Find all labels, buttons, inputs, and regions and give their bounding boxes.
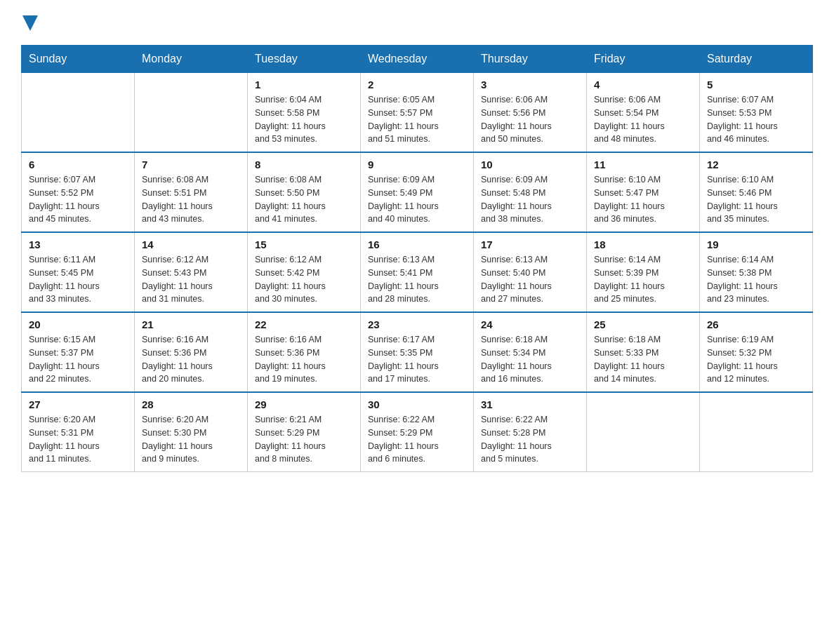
day-info: Sunrise: 6:08 AM Sunset: 5:50 PM Dayligh… [255,173,353,226]
calendar-cell: 7Sunrise: 6:08 AM Sunset: 5:51 PM Daylig… [135,152,248,232]
calendar-cell: 5Sunrise: 6:07 AM Sunset: 5:53 PM Daylig… [700,73,813,153]
day-number: 19 [707,239,805,250]
day-info: Sunrise: 6:07 AM Sunset: 5:52 PM Dayligh… [29,173,127,226]
weekday-header-row: SundayMondayTuesdayWednesdayThursdayFrid… [22,46,813,73]
calendar-cell: 11Sunrise: 6:10 AM Sunset: 5:47 PM Dayli… [587,152,700,232]
day-info: Sunrise: 6:14 AM Sunset: 5:38 PM Dayligh… [707,253,805,306]
day-number: 24 [481,318,579,330]
weekday-header-sunday: Sunday [22,46,135,73]
weekday-header-tuesday: Tuesday [248,46,361,73]
day-number: 25 [594,318,692,330]
day-info: Sunrise: 6:04 AM Sunset: 5:58 PM Dayligh… [255,93,353,146]
calendar-cell: 9Sunrise: 6:09 AM Sunset: 5:49 PM Daylig… [361,152,474,232]
day-number: 6 [29,159,127,170]
day-number: 31 [481,398,579,410]
day-info: Sunrise: 6:12 AM Sunset: 5:42 PM Dayligh… [255,253,353,306]
day-number: 7 [142,159,240,170]
calendar-week-row: 6Sunrise: 6:07 AM Sunset: 5:52 PM Daylig… [22,152,813,232]
day-info: Sunrise: 6:16 AM Sunset: 5:36 PM Dayligh… [255,333,353,386]
day-number: 2 [368,79,466,90]
day-info: Sunrise: 6:20 AM Sunset: 5:30 PM Dayligh… [142,413,240,466]
day-number: 14 [142,239,240,250]
day-info: Sunrise: 6:17 AM Sunset: 5:35 PM Dayligh… [368,333,466,386]
calendar-cell: 30Sunrise: 6:22 AM Sunset: 5:29 PM Dayli… [361,392,474,472]
calendar-cell: 6Sunrise: 6:07 AM Sunset: 5:52 PM Daylig… [22,152,135,232]
day-info: Sunrise: 6:08 AM Sunset: 5:51 PM Dayligh… [142,173,240,226]
logo-triangle-icon [22,15,38,31]
calendar-cell [135,73,248,153]
day-number: 16 [368,239,466,250]
calendar-cell: 25Sunrise: 6:18 AM Sunset: 5:33 PM Dayli… [587,312,700,392]
day-info: Sunrise: 6:20 AM Sunset: 5:31 PM Dayligh… [29,413,127,466]
day-info: Sunrise: 6:19 AM Sunset: 5:32 PM Dayligh… [707,333,805,386]
calendar-cell: 28Sunrise: 6:20 AM Sunset: 5:30 PM Dayli… [135,392,248,472]
calendar-cell: 4Sunrise: 6:06 AM Sunset: 5:54 PM Daylig… [587,73,700,153]
day-info: Sunrise: 6:09 AM Sunset: 5:49 PM Dayligh… [368,173,466,226]
day-info: Sunrise: 6:18 AM Sunset: 5:34 PM Dayligh… [481,333,579,386]
day-number: 23 [368,318,466,330]
calendar-cell: 17Sunrise: 6:13 AM Sunset: 5:40 PM Dayli… [474,232,587,312]
calendar-cell [700,392,813,472]
calendar-cell [587,392,700,472]
calendar-cell: 8Sunrise: 6:08 AM Sunset: 5:50 PM Daylig… [248,152,361,232]
calendar-cell: 21Sunrise: 6:16 AM Sunset: 5:36 PM Dayli… [135,312,248,392]
day-number: 8 [255,159,353,170]
day-info: Sunrise: 6:13 AM Sunset: 5:41 PM Dayligh… [368,253,466,306]
weekday-header-monday: Monday [135,46,248,73]
calendar-cell: 13Sunrise: 6:11 AM Sunset: 5:45 PM Dayli… [22,232,135,312]
weekday-header-thursday: Thursday [474,46,587,73]
day-info: Sunrise: 6:21 AM Sunset: 5:29 PM Dayligh… [255,413,353,466]
calendar-cell: 15Sunrise: 6:12 AM Sunset: 5:42 PM Dayli… [248,232,361,312]
calendar-cell: 19Sunrise: 6:14 AM Sunset: 5:38 PM Dayli… [700,232,813,312]
calendar-cell: 20Sunrise: 6:15 AM Sunset: 5:37 PM Dayli… [22,312,135,392]
calendar-cell: 26Sunrise: 6:19 AM Sunset: 5:32 PM Dayli… [700,312,813,392]
day-number: 13 [29,239,127,250]
day-number: 4 [594,79,692,90]
calendar-cell: 1Sunrise: 6:04 AM Sunset: 5:58 PM Daylig… [248,73,361,153]
day-info: Sunrise: 6:15 AM Sunset: 5:37 PM Dayligh… [29,333,127,386]
logo [21,14,38,31]
day-number: 21 [142,318,240,330]
day-info: Sunrise: 6:12 AM Sunset: 5:43 PM Dayligh… [142,253,240,306]
day-info: Sunrise: 6:16 AM Sunset: 5:36 PM Dayligh… [142,333,240,386]
calendar-week-row: 20Sunrise: 6:15 AM Sunset: 5:37 PM Dayli… [22,312,813,392]
calendar-week-row: 27Sunrise: 6:20 AM Sunset: 5:31 PM Dayli… [22,392,813,472]
day-number: 22 [255,318,353,330]
day-number: 9 [368,159,466,170]
day-info: Sunrise: 6:18 AM Sunset: 5:33 PM Dayligh… [594,333,692,386]
calendar-cell: 2Sunrise: 6:05 AM Sunset: 5:57 PM Daylig… [361,73,474,153]
day-info: Sunrise: 6:13 AM Sunset: 5:40 PM Dayligh… [481,253,579,306]
day-info: Sunrise: 6:06 AM Sunset: 5:56 PM Dayligh… [481,93,579,146]
weekday-header-saturday: Saturday [700,46,813,73]
calendar-cell: 22Sunrise: 6:16 AM Sunset: 5:36 PM Dayli… [248,312,361,392]
calendar-week-row: 1Sunrise: 6:04 AM Sunset: 5:58 PM Daylig… [22,73,813,153]
calendar-cell: 27Sunrise: 6:20 AM Sunset: 5:31 PM Dayli… [22,392,135,472]
page-header [21,14,813,31]
day-number: 18 [594,239,692,250]
calendar-cell: 24Sunrise: 6:18 AM Sunset: 5:34 PM Dayli… [474,312,587,392]
day-info: Sunrise: 6:11 AM Sunset: 5:45 PM Dayligh… [29,253,127,306]
day-number: 17 [481,239,579,250]
day-number: 29 [255,398,353,410]
calendar-cell: 12Sunrise: 6:10 AM Sunset: 5:46 PM Dayli… [700,152,813,232]
day-number: 30 [368,398,466,410]
day-info: Sunrise: 6:22 AM Sunset: 5:29 PM Dayligh… [368,413,466,466]
day-number: 28 [142,398,240,410]
day-info: Sunrise: 6:22 AM Sunset: 5:28 PM Dayligh… [481,413,579,466]
day-number: 3 [481,79,579,90]
calendar-table: SundayMondayTuesdayWednesdayThursdayFrid… [21,45,813,472]
weekday-header-wednesday: Wednesday [361,46,474,73]
calendar-cell: 16Sunrise: 6:13 AM Sunset: 5:41 PM Dayli… [361,232,474,312]
day-info: Sunrise: 6:10 AM Sunset: 5:46 PM Dayligh… [707,173,805,226]
day-number: 20 [29,318,127,330]
calendar-cell [22,73,135,153]
calendar-week-row: 13Sunrise: 6:11 AM Sunset: 5:45 PM Dayli… [22,232,813,312]
weekday-header-friday: Friday [587,46,700,73]
day-number: 1 [255,79,353,90]
day-info: Sunrise: 6:14 AM Sunset: 5:39 PM Dayligh… [594,253,692,306]
calendar-cell: 3Sunrise: 6:06 AM Sunset: 5:56 PM Daylig… [474,73,587,153]
day-number: 15 [255,239,353,250]
day-number: 11 [594,159,692,170]
calendar-cell: 23Sunrise: 6:17 AM Sunset: 5:35 PM Dayli… [361,312,474,392]
day-number: 10 [481,159,579,170]
